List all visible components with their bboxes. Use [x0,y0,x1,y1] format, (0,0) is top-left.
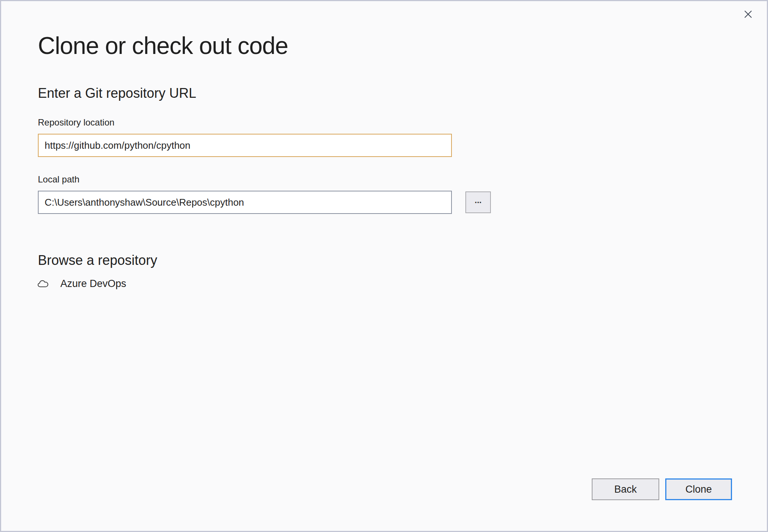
local-path-input[interactable] [38,191,452,214]
browse-section-heading: Browse a repository [38,253,157,268]
back-button[interactable]: Back [592,478,659,500]
clone-dialog: Clone or check out code Enter a Git repo… [0,0,768,532]
close-icon [742,8,754,21]
provider-azure-devops[interactable]: Azure DevOps [37,275,126,292]
local-path-label: Local path [38,174,80,185]
provider-label: Azure DevOps [60,278,126,290]
close-button[interactable] [740,6,756,23]
browse-local-path-button[interactable]: ... [465,191,491,213]
repository-location-input[interactable] [38,134,452,157]
clone-button[interactable]: Clone [665,478,732,500]
page-title: Clone or check out code [38,33,288,59]
cloud-icon [37,279,50,288]
repository-location-label: Repository location [38,117,114,128]
git-url-section-heading: Enter a Git repository URL [38,86,196,101]
